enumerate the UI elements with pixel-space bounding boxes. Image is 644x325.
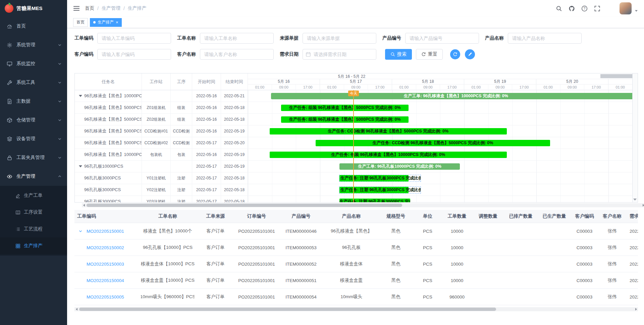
breadcrumb-item[interactable]: 生产管理 xyxy=(102,5,120,11)
table-cell-adjust-qty xyxy=(473,239,503,256)
collapse-caret-icon[interactable] xyxy=(79,165,82,167)
user-avatar[interactable] xyxy=(620,2,632,14)
scroll-down-icon[interactable] xyxy=(633,199,637,201)
table-cell-product-name: 移液盒盒体 xyxy=(325,256,377,272)
gantt-bar-order[interactable]: 生产工单: 96孔孔板10000PCS 完成比例: 0% xyxy=(339,163,460,170)
customer-name-input[interactable] xyxy=(200,49,274,60)
task-name-cell: 96孔孔板3000PCS xyxy=(75,172,142,184)
work-order-link[interactable]: MO202205150002 xyxy=(87,245,124,250)
gantt-bar-task[interactable]: 生产任务: CCD检测 96孔移液盒【黑色】5000PCS 完成比例: 0% xyxy=(316,140,550,146)
gantt-bar-task[interactable]: 生产任务: 注塑 96孔孔板3000PCS 完成比例: 0% xyxy=(339,175,409,181)
workstation-cell: CCD检测#01 xyxy=(142,125,171,137)
start-time-cell: 2022-05-16 xyxy=(192,90,221,102)
end-time-cell: 2022-05-21 xyxy=(221,90,248,102)
gantt-scrollbar-thumb[interactable] xyxy=(87,204,402,207)
gantt-vertical-scrollbar[interactable] xyxy=(632,73,638,202)
work-order-link[interactable]: MO202205150001 xyxy=(87,229,124,234)
sidebar: 苦糖果MES 首页系统管理系统监控系统工具主数据仓储管理设备管理工装夹具管理生产… xyxy=(0,0,67,325)
task-name-cell: 96孔移液盒【黑色】5000PCS xyxy=(75,137,142,149)
sidebar-item-equipment[interactable]: 设备管理 xyxy=(0,129,67,148)
gantt-table-row: 96孔移液盒【黑色】5000PCSZ01组装机组装2022-05-162022-… xyxy=(75,102,248,114)
sidebar-item-tools[interactable]: 系统工具 xyxy=(0,73,67,92)
reset-button[interactable]: 重置 xyxy=(416,49,443,60)
gantt-bar-task[interactable]: 生产任务: 包装 96孔移液盒【黑色】10000PCS 完成比例: 0% xyxy=(270,152,507,158)
time-header-cell: 01:00 xyxy=(320,85,344,90)
hamburger-icon[interactable] xyxy=(73,5,80,11)
font-size-icon[interactable] xyxy=(607,5,613,12)
caret-down-icon[interactable] xyxy=(635,9,638,12)
table-cell-demand-date: 2022 xyxy=(626,272,638,288)
gantt-horizontal-scrollbar[interactable] xyxy=(82,203,644,207)
timeline-scroll-block[interactable] xyxy=(600,74,632,78)
sidebar-item-process-setting[interactable]: 工序设置 xyxy=(0,204,67,221)
sidebar-item-masterdata[interactable]: 主数据 xyxy=(0,92,67,111)
edit-circle-button[interactable] xyxy=(465,49,475,59)
wo-name-input[interactable] xyxy=(200,33,274,44)
sidebar-item-fixture[interactable]: 工装夹具管理 xyxy=(0,148,67,167)
process-cell: 组装 xyxy=(171,114,192,125)
sidebar-item-monitor[interactable]: 系统监控 xyxy=(0,54,67,73)
sidebar-item-system[interactable]: 系统管理 xyxy=(0,36,67,54)
product-no-input[interactable] xyxy=(405,33,479,44)
fullscreen-icon[interactable] xyxy=(594,5,600,12)
refresh-circle-button[interactable] xyxy=(450,49,460,59)
source-doc-input[interactable] xyxy=(303,33,376,44)
scroll-right-icon[interactable] xyxy=(634,307,638,311)
sidebar-item-label: 首页 xyxy=(16,23,26,29)
scroll-left-icon[interactable] xyxy=(82,203,86,207)
breadcrumb-item[interactable]: 首页 xyxy=(85,5,94,11)
app-logo-icon xyxy=(5,4,13,13)
sidebar-item-home[interactable]: 首页 xyxy=(0,17,67,36)
demand-date-input[interactable] xyxy=(303,49,376,60)
day-header-cell: 5月 20 xyxy=(536,79,608,84)
customer-code-input[interactable] xyxy=(97,49,171,60)
gantt-chart-row: 生产任务: 组装 96孔移液盒【黑色】5000PCS 完成比例: 0% xyxy=(248,102,632,114)
table-cell-order-no: PO202205101001 xyxy=(236,256,277,272)
tab-生产排产[interactable]: 生产排产× xyxy=(90,18,122,27)
table-scrollbar-thumb[interactable] xyxy=(79,308,496,311)
time-header-cell: 09:00 xyxy=(416,85,440,90)
search-button-label: 搜索 xyxy=(397,51,407,57)
table-cell-product-no: ITEM00000054 xyxy=(277,289,325,305)
table-cell-demand-date: 2022 xyxy=(626,223,638,239)
table-cell-wo-name: 移液盒盒体【10000】PCS xyxy=(141,256,195,272)
sidebar-item-production[interactable]: 生产管理 xyxy=(0,167,67,186)
work-order-link[interactable]: MO202205150005 xyxy=(87,294,124,300)
question-icon[interactable]: ? xyxy=(581,5,588,12)
collapse-caret-icon[interactable] xyxy=(79,95,82,97)
gantt-bar-task[interactable]: 生产任务: 注塑 96孔孔板3000PCS 完成比例: 0% xyxy=(339,199,410,202)
product-name-input[interactable] xyxy=(508,33,582,44)
work-order-link[interactable]: MO202205150003 xyxy=(87,262,124,267)
wo-code-input[interactable] xyxy=(97,33,171,44)
scroll-right-icon[interactable] xyxy=(641,203,644,207)
work-order-link[interactable]: MO202205150004 xyxy=(87,278,124,283)
gantt-panel: 任务名工作站工序开始时间结束时间 96孔移液盒【黑色】10000PCS2022-… xyxy=(74,73,638,207)
close-icon[interactable]: × xyxy=(116,20,118,24)
gantt-bar-task[interactable]: 生产任务: CCD检测 96孔移液盒【黑色】5000PCS 完成比例: 0% xyxy=(270,128,507,134)
gantt-bar-task[interactable]: 生产任务: 组装 96孔移液盒【黑色】5000PCS 完成比例: 0% xyxy=(281,116,409,123)
sidebar-item-scheduling[interactable]: 生产排产 xyxy=(0,237,67,254)
task-name-cell: 96孔孔板3000PCS xyxy=(75,184,142,196)
gantt-bar-task[interactable]: 生产任务: 注塑 96孔孔板3000PCS 完成比例: 0% xyxy=(339,187,409,193)
gantt-bar-task[interactable]: 生产任务: 组装 96孔移液盒【黑色】5000PCS 完成比例: 0% xyxy=(281,105,409,111)
row-expand-icon[interactable] xyxy=(78,229,83,233)
gantt-task-table: 任务名工作站工序开始时间结束时间 96孔移液盒【黑色】10000PCS2022-… xyxy=(75,73,248,202)
github-icon[interactable] xyxy=(569,5,575,12)
time-header-cell: 17:00 xyxy=(368,85,392,90)
table-cell-wo-code: MO202205150002 xyxy=(74,239,141,256)
tab-首页[interactable]: 首页 xyxy=(73,18,88,27)
search-icon[interactable] xyxy=(556,5,562,12)
gantt-table-row: 96孔孔板3000PCSY02注塑机注塑2022-05-172022-05-18 xyxy=(75,184,248,196)
table-cell-customer-name: 张伟 xyxy=(599,289,626,305)
gantt-bar-order[interactable]: 生产工单: 96孔移液盒【黑色】10000PCS 完成比例: 0% xyxy=(271,93,632,99)
search-button[interactable]: 搜索 xyxy=(385,49,412,60)
sidebar-item-process-flow[interactable]: 工艺流程 xyxy=(0,221,67,237)
end-time-cell: 2022-05-18 xyxy=(221,114,248,125)
scroll-left-icon[interactable] xyxy=(74,307,78,311)
table-horizontal-scrollbar[interactable] xyxy=(74,307,638,311)
workstation-cell: Y02注塑机 xyxy=(142,184,171,196)
process-cell: 组装 xyxy=(171,102,192,113)
sidebar-item-work-order[interactable]: 生产工单 xyxy=(0,187,67,204)
sidebar-item-warehouse[interactable]: 仓储管理 xyxy=(0,111,67,129)
start-time-cell: 2022-05-17 xyxy=(192,184,221,196)
